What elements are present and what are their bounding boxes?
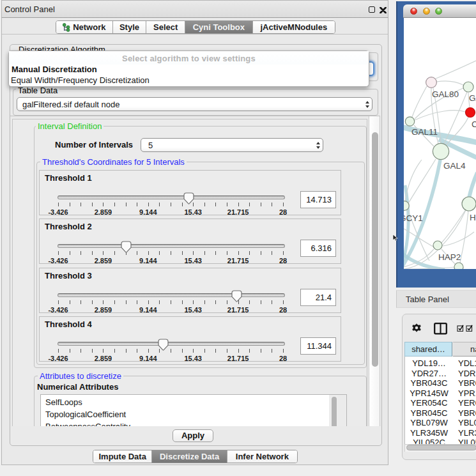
- svg-text:HAP2: HAP2: [438, 252, 461, 262]
- svg-text:GAL11: GAL11: [411, 127, 438, 137]
- svg-text:GA: GA: [469, 93, 476, 103]
- svg-text:H: H: [470, 213, 476, 222]
- svg-text:C: C: [472, 119, 476, 129]
- svg-text:GCY1: GCY1: [404, 213, 423, 223]
- svg-text:GAL4: GAL4: [443, 161, 466, 171]
- svg-text:GAL80: GAL80: [432, 89, 459, 99]
